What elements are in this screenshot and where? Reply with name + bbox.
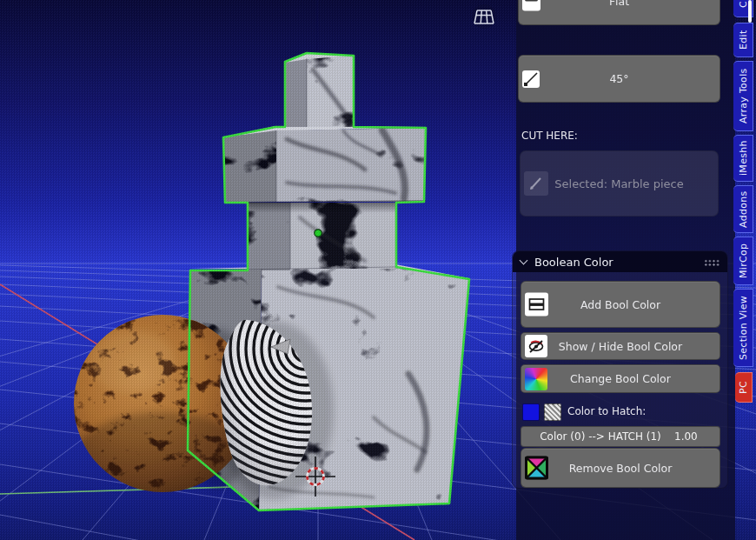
bool-color-swatch[interactable] [522, 403, 540, 421]
flat-shading-icon [522, 0, 540, 10]
chevron-down-icon[interactable] [520, 257, 528, 265]
slider-label: Color (0) --> HATCH (1) [521, 430, 674, 443]
angle-45-icon [522, 70, 540, 88]
rainbow-swatch-icon [525, 368, 547, 390]
remove-bool-color-label: Remove Bool Color [521, 462, 720, 475]
sidebar-tabstrip: C Edit Array Tools iMeshh Addons MirCop … [726, 0, 756, 540]
hatch-pattern-swatch[interactable] [544, 403, 561, 421]
tab-pc[interactable]: PC [735, 372, 753, 403]
boolean-color-header[interactable]: Boolean Color [513, 251, 727, 272]
tab-addons[interactable]: Addons [733, 185, 753, 233]
shading-flat-button[interactable]: Flat [518, 0, 720, 25]
color-to-hatch-label: Color to Hatch: [567, 405, 646, 417]
change-bool-color-label: Change Bool Color [521, 372, 720, 385]
origin-dot [315, 230, 322, 237]
boolean-color-title: Boolean Color [534, 256, 613, 269]
remove-bool-color-button[interactable]: Remove Bool Color [521, 448, 720, 488]
grip-dots-icon[interactable] [704, 259, 720, 266]
angle-45-label: 45° [519, 72, 720, 85]
selected-piece-label: Selected: Marble piece [521, 177, 718, 190]
change-bool-color-button[interactable]: Change Bool Color [521, 364, 720, 393]
tab-section-view[interactable]: Section View [733, 289, 753, 367]
sidebar-panel: Flat 45° CUT HERE: Selected: Marble piec… [516, 0, 735, 540]
panel-scrollbar[interactable] [748, 0, 752, 23]
slider-value: 1.00 [674, 430, 720, 443]
angle-45-button[interactable]: 45° [518, 55, 720, 103]
knife-pen-icon [524, 171, 548, 196]
perspective-grid-icon[interactable] [472, 4, 496, 29]
selected-piece-button[interactable]: Selected: Marble piece [520, 150, 719, 217]
tab-mircop[interactable]: MirCop [733, 237, 753, 285]
tab-imeshh[interactable]: iMeshh [733, 135, 753, 182]
color-hatch-slider[interactable]: Color (0) --> HATCH (1) 1.00 [521, 426, 720, 447]
add-bool-color-label: Add Bool Color [521, 298, 720, 311]
tab-array-tools[interactable]: Array Tools [733, 61, 753, 131]
color-x-icon [525, 457, 548, 480]
add-bool-color-button[interactable]: Add Bool Color [521, 281, 720, 328]
shading-flat-label: Flat [519, 0, 720, 8]
boolean-color-panel: Boolean Color Add Bool Color [512, 250, 728, 489]
cut-here-label: CUT HERE: [521, 130, 578, 142]
tab-edit[interactable]: Edit [733, 23, 753, 57]
eye-slash-icon [525, 335, 547, 357]
blender-window: Flat 45° CUT HERE: Selected: Marble piec… [0, 0, 756, 540]
show-hide-bool-color-label: Show / Hide Bool Color [521, 340, 720, 353]
bool-square-icon [525, 293, 548, 317]
show-hide-bool-color-button[interactable]: Show / Hide Bool Color [521, 332, 720, 360]
